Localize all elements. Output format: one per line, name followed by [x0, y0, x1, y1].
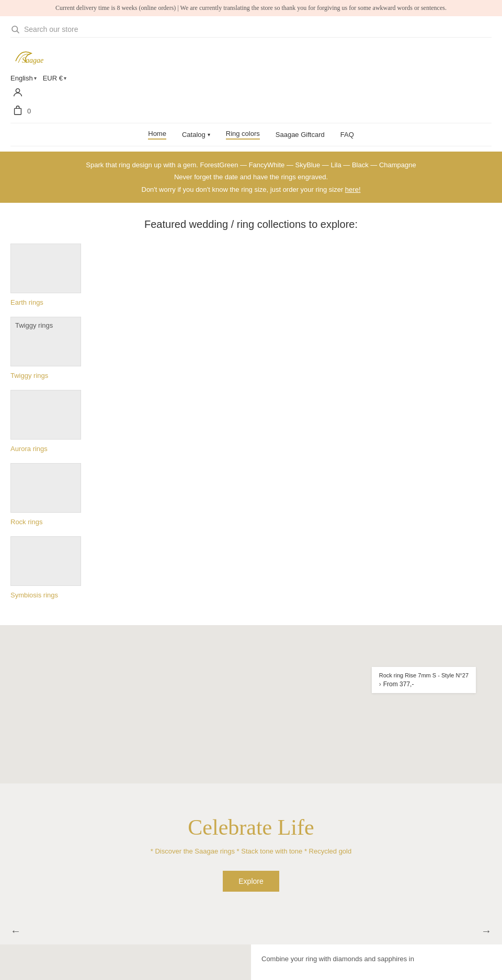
- nav-item-catalog[interactable]: Catalog ▾: [182, 130, 210, 140]
- aurora-image-wrap: [10, 390, 81, 440]
- header: Search our store Saagae English ▾ EUR € …: [0, 16, 502, 152]
- promo-ring-sizer-link[interactable]: here!: [345, 186, 361, 193]
- cart-area: 0: [10, 103, 492, 118]
- announcement-text: Current delivery time is 8 weeks (online…: [55, 4, 447, 11]
- promo-line2: Never forget the date and have the rings…: [10, 171, 492, 183]
- explore-button[interactable]: Explore: [223, 871, 279, 892]
- account-button[interactable]: [10, 85, 25, 100]
- bottom-text-right: Combine your ring with diamonds and sapp…: [251, 944, 502, 980]
- nav-item-giftcard[interactable]: Saagae Giftcard: [276, 130, 325, 140]
- collection-item-symbiosis: Symbiosis rings: [10, 536, 492, 599]
- slider-prev-button[interactable]: ←: [10, 925, 21, 937]
- celebrate-subtitle: * Discover the Saagae rings * Stack tone…: [10, 847, 492, 855]
- language-selector[interactable]: English ▾: [10, 74, 37, 82]
- logo-area[interactable]: Saagae: [10, 38, 492, 71]
- cart-button[interactable]: [10, 103, 25, 118]
- collection-item-earth: Earth rings: [10, 244, 492, 306]
- catalog-chevron-icon: ▾: [208, 132, 210, 137]
- account-icon: [12, 87, 24, 98]
- language-label: English: [10, 74, 33, 82]
- product-rise-name: Rock ring Rise 7mm S - Style N°27: [379, 672, 469, 678]
- svg-line-1: [17, 31, 19, 33]
- product-rise-arrow: ›: [379, 681, 381, 688]
- collection-item-aurora: Aurora rings: [10, 390, 492, 453]
- currency-label: EUR €: [43, 74, 63, 82]
- collections-section: Featured wedding / ring collections to e…: [0, 203, 502, 625]
- nav-item-ring-colors[interactable]: Ring colors: [226, 130, 260, 140]
- slider-navigation: ← →: [0, 918, 502, 944]
- logo-svg: Saagae: [10, 43, 52, 66]
- currency-chevron-icon: ▾: [64, 75, 66, 81]
- promo-banner: Spark that ring design up with a gem. Fo…: [0, 152, 502, 203]
- bottom-section: Combine your ring with diamonds and sapp…: [0, 944, 502, 980]
- collections-title: Featured wedding / ring collections to e…: [10, 218, 492, 230]
- svg-rect-4: [15, 108, 21, 114]
- bottom-right-text: Combine your ring with diamonds and sapp…: [261, 955, 492, 963]
- lang-currency-row: English ▾ EUR € ▾: [10, 74, 492, 82]
- product-rise-link[interactable]: › From 377,-: [379, 681, 469, 688]
- earth-image: [10, 244, 81, 293]
- language-chevron-icon: ▾: [34, 75, 37, 81]
- aurora-rings-link[interactable]: Aurora rings: [10, 445, 492, 453]
- cart-count: 0: [27, 107, 31, 115]
- cart-icon: [12, 105, 24, 116]
- featured-slider: Rock ring Rise 7mm S - Style N°27 › From…: [0, 625, 502, 944]
- rock-rings-link[interactable]: Rock rings: [10, 518, 492, 526]
- symbiosis-image: [10, 536, 81, 586]
- slider-next-button[interactable]: →: [481, 925, 492, 937]
- collection-item-twiggy: Twiggy rings Twiggy rings: [10, 317, 492, 379]
- promo-line1: Spark that ring design up with a gem. Fo…: [10, 159, 492, 171]
- svg-point-3: [16, 89, 19, 93]
- promo-line3-text: Don't worry if you don't know the ring s…: [142, 186, 345, 193]
- announcement-bar: Current delivery time is 8 weeks (online…: [0, 0, 502, 16]
- rock-image: [10, 463, 81, 513]
- celebrate-section: Celebrate Life * Discover the Saagae rin…: [0, 783, 502, 918]
- nav-item-faq[interactable]: FAQ: [340, 130, 354, 140]
- bottom-image-left: [0, 944, 251, 980]
- celebrate-title: Celebrate Life: [10, 815, 492, 840]
- promo-line3: Don't worry if you don't know the ring s…: [10, 183, 492, 195]
- twiggy-label-overlay: Twiggy rings: [15, 321, 53, 329]
- search-placeholder: Search our store: [24, 25, 78, 33]
- svg-text:Saagae: Saagae: [22, 56, 43, 64]
- navigation: Home Catalog ▾ Ring colors Saagae Giftca…: [10, 123, 492, 146]
- aurora-image: [10, 390, 81, 440]
- svg-point-0: [12, 26, 18, 32]
- icon-row: 0: [10, 85, 492, 118]
- earth-rings-link[interactable]: Earth rings: [10, 298, 492, 306]
- symbiosis-rings-link[interactable]: Symbiosis rings: [10, 591, 492, 599]
- symbiosis-image-wrap: [10, 536, 81, 586]
- search-bar[interactable]: Search our store: [10, 21, 492, 38]
- search-icon: [10, 25, 20, 34]
- collection-item-rock: Rock rings: [10, 463, 492, 526]
- nav-item-home[interactable]: Home: [148, 130, 166, 140]
- product-card-rise: Rock ring Rise 7mm S - Style N°27 › From…: [372, 667, 476, 693]
- rock-image-wrap: [10, 463, 81, 513]
- twiggy-image-wrap: Twiggy rings: [10, 317, 81, 366]
- logo: Saagae: [10, 43, 492, 68]
- earth-image-wrap: [10, 244, 81, 293]
- twiggy-image: Twiggy rings: [10, 317, 81, 366]
- slider-content-area: Rock ring Rise 7mm S - Style N°27 › From…: [0, 625, 502, 918]
- currency-selector[interactable]: EUR € ▾: [43, 74, 66, 82]
- product-rise-price: From 377,-: [383, 681, 414, 688]
- twiggy-rings-link[interactable]: Twiggy rings: [10, 372, 492, 379]
